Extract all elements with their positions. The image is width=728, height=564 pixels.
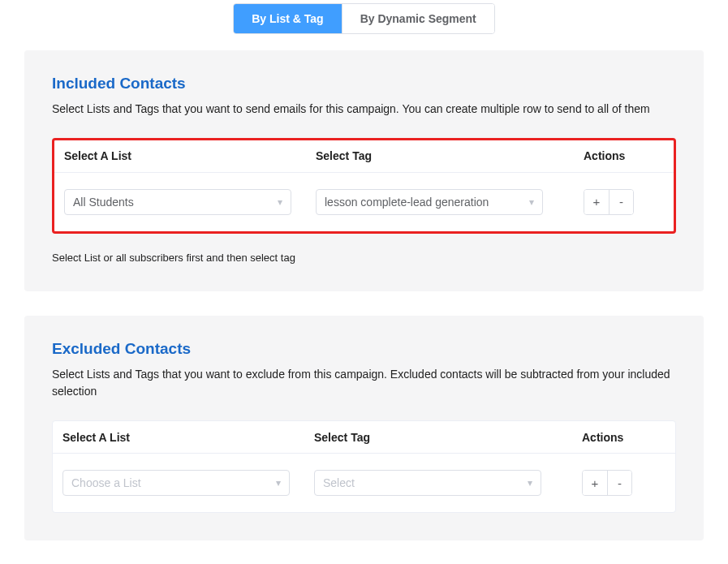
chevron-down-icon: ▾ (278, 196, 282, 208)
tab-by-dynamic-segment[interactable]: By Dynamic Segment (342, 4, 494, 33)
tag-select-placeholder: Select (323, 476, 355, 489)
row-actions: + - (584, 189, 634, 215)
chevron-down-icon: ▾ (528, 477, 532, 489)
excluded-table: Select A List Select Tag Actions Choose … (52, 420, 676, 513)
th-select-tag: Select Tag (314, 431, 582, 444)
included-contacts-panel: Included Contacts Select Lists and Tags … (24, 50, 704, 291)
list-select-value: All Students (73, 196, 134, 209)
tag-select[interactable]: lesson complete-lead generation ▾ (316, 189, 543, 215)
chevron-down-icon: ▾ (276, 477, 281, 489)
excluded-title: Excluded Contacts (52, 340, 676, 358)
th-actions: Actions (584, 149, 664, 162)
add-row-button[interactable]: + (584, 190, 609, 214)
list-select[interactable]: All Students ▾ (64, 189, 291, 215)
remove-row-button[interactable]: - (609, 190, 633, 214)
table-header: Select A List Select Tag Actions (54, 140, 674, 173)
tab-by-list-tag[interactable]: By List & Tag (234, 4, 341, 33)
list-select[interactable]: Choose a List ▾ (62, 470, 290, 496)
included-description: Select Lists and Tags that you want to s… (52, 101, 676, 118)
chevron-down-icon: ▾ (529, 196, 534, 208)
table-row: All Students ▾ lesson complete-lead gene… (54, 173, 674, 231)
tag-select[interactable]: Select ▾ (314, 470, 541, 496)
tabs: By List & Tag By Dynamic Segment (233, 3, 495, 34)
row-actions: + - (582, 470, 632, 496)
th-select-list: Select A List (64, 149, 316, 162)
tab-row: By List & Tag By Dynamic Segment (0, 3, 728, 34)
excluded-description: Select Lists and Tags that you want to e… (52, 366, 676, 401)
included-hint: Select List or all subscribers first and… (52, 252, 676, 264)
table-row: Choose a List ▾ Select ▾ + - (53, 454, 675, 512)
list-select-placeholder: Choose a List (71, 476, 141, 489)
add-row-button[interactable]: + (583, 471, 607, 495)
remove-row-button[interactable]: - (607, 471, 631, 495)
tag-select-value: lesson complete-lead generation (325, 196, 489, 209)
included-title: Included Contacts (52, 75, 676, 93)
table-header: Select A List Select Tag Actions (53, 421, 675, 454)
excluded-contacts-panel: Excluded Contacts Select Lists and Tags … (24, 316, 704, 540)
th-select-list: Select A List (62, 431, 314, 444)
th-select-tag: Select Tag (316, 149, 584, 162)
included-table: Select A List Select Tag Actions All Stu… (52, 138, 676, 234)
th-actions: Actions (582, 431, 666, 444)
